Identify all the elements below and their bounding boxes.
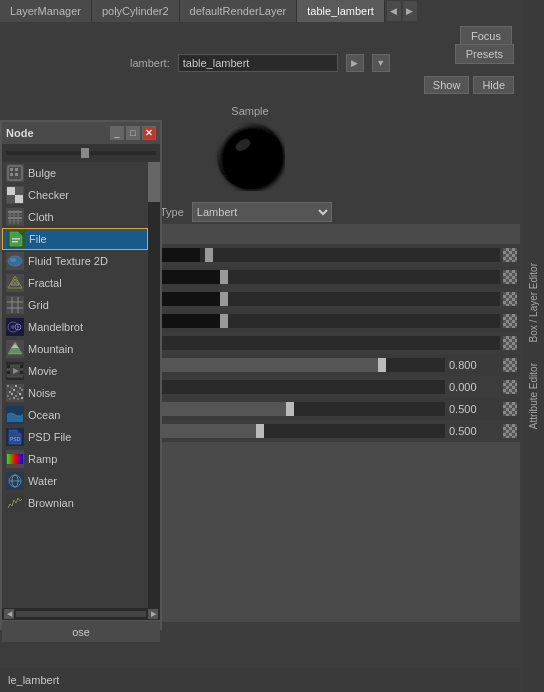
node-hscroll-left[interactable]: ◀ bbox=[4, 609, 14, 619]
node-minimize-btn[interactable]: _ bbox=[110, 126, 124, 140]
node-item-bulge-label: Bulge bbox=[28, 167, 56, 179]
node-item-ocean[interactable]: Ocean bbox=[2, 404, 148, 426]
svg-rect-47 bbox=[7, 371, 10, 374]
svg-rect-10 bbox=[15, 195, 23, 203]
node-item-ramp-label: Ramp bbox=[28, 453, 57, 465]
node-item-fluid-label: Fluid Texture 2D bbox=[28, 255, 108, 267]
tab-layer-manager[interactable]: LayerManager bbox=[0, 0, 92, 22]
node-item-mandelbrot[interactable]: Mandelbrot bbox=[2, 316, 148, 338]
incandescence-checker-icon[interactable] bbox=[500, 311, 520, 331]
node-hscroll-right[interactable]: ▶ bbox=[148, 609, 158, 619]
node-item-brownian-label: Brownian bbox=[28, 497, 74, 509]
tab-poly-cylinder[interactable]: polyCylinder2 bbox=[92, 0, 180, 22]
diffuse-handle[interactable] bbox=[378, 358, 386, 372]
node-item-bulge[interactable]: Bulge bbox=[2, 162, 148, 184]
transparency-handle[interactable] bbox=[220, 270, 228, 284]
node-item-noise-label: Noise bbox=[28, 387, 56, 399]
svg-rect-46 bbox=[7, 365, 10, 368]
node-item-movie-label: Movie bbox=[28, 365, 57, 377]
node-item-fractal-label: Fractal bbox=[28, 277, 62, 289]
tab-default-render[interactable]: defaultRenderLayer bbox=[180, 0, 298, 22]
node-close-btn[interactable]: ✕ bbox=[142, 126, 156, 140]
incandescence-handle[interactable] bbox=[220, 314, 228, 328]
focus-button[interactable]: Focus bbox=[460, 26, 512, 46]
node-title: Node bbox=[6, 127, 34, 139]
svg-rect-57 bbox=[13, 389, 15, 391]
tab-table-lambert[interactable]: table_lambert bbox=[297, 0, 385, 22]
color-checker-icon[interactable] bbox=[500, 245, 520, 265]
svg-rect-65 bbox=[13, 397, 15, 399]
lambert-row: lambert: ▶ ▼ bbox=[0, 50, 520, 76]
svg-rect-59 bbox=[21, 389, 23, 391]
node-item-file[interactable]: File bbox=[2, 228, 148, 250]
node-item-brownian[interactable]: Brownian bbox=[2, 492, 148, 514]
svg-rect-11 bbox=[15, 187, 23, 195]
translucence-depth-checker-icon[interactable] bbox=[500, 399, 520, 419]
tab-prev-arrow[interactable]: ◀ bbox=[387, 1, 401, 21]
svg-rect-4 bbox=[10, 168, 13, 171]
svg-rect-6 bbox=[15, 168, 18, 171]
node-item-movie[interactable]: Movie bbox=[2, 360, 148, 382]
node-maximize-btn[interactable]: □ bbox=[126, 126, 140, 140]
node-close-button[interactable]: ose bbox=[2, 620, 160, 642]
right-sidebar: Box / Layer Editor Attribute Editor bbox=[522, 0, 544, 692]
node-item-water-label: Water bbox=[28, 475, 57, 487]
node-slider-track[interactable] bbox=[6, 151, 156, 155]
incandescence-bar[interactable] bbox=[140, 314, 500, 328]
translucence-focus-value: 0.500 bbox=[445, 425, 500, 437]
node-item-psd[interactable]: PSD PSD File bbox=[2, 426, 148, 448]
svg-rect-23 bbox=[12, 241, 18, 243]
node-item-ramp[interactable]: Ramp bbox=[2, 448, 148, 470]
node-item-checker[interactable]: Checker bbox=[2, 184, 148, 206]
svg-rect-72 bbox=[7, 454, 23, 464]
color-bar[interactable] bbox=[140, 248, 500, 262]
node-item-mountain[interactable]: Mountain bbox=[2, 338, 148, 360]
translucence-checker-icon[interactable] bbox=[500, 377, 520, 397]
translucence-focus-checker-icon[interactable] bbox=[500, 421, 520, 441]
node-item-water[interactable]: Water bbox=[2, 470, 148, 492]
node-scrollbar-thumb[interactable] bbox=[148, 162, 160, 202]
node-item-grid[interactable]: Grid bbox=[2, 294, 148, 316]
translucence-focus-bar[interactable] bbox=[140, 424, 445, 438]
translucence-bar[interactable] bbox=[140, 380, 445, 394]
ambient-handle[interactable] bbox=[220, 292, 228, 306]
node-scrollbar[interactable] bbox=[148, 162, 160, 608]
node-item-fractal[interactable]: Fractal bbox=[2, 272, 148, 294]
show-button[interactable]: Show bbox=[424, 76, 470, 94]
translucence-depth-handle[interactable] bbox=[286, 402, 294, 416]
svg-rect-62 bbox=[15, 395, 17, 397]
svg-rect-7 bbox=[15, 173, 18, 176]
node-item-cloth[interactable]: Cloth bbox=[2, 206, 148, 228]
diffuse-bar[interactable] bbox=[140, 358, 445, 372]
sidebar-box-label: Box / Layer Editor bbox=[528, 263, 539, 342]
node-close-label: ose bbox=[72, 626, 90, 638]
node-item-mountain-label: Mountain bbox=[28, 343, 73, 355]
node-item-ocean-label: Ocean bbox=[28, 409, 60, 421]
translucence-depth-bar[interactable] bbox=[140, 402, 445, 416]
ambient-bar[interactable] bbox=[140, 292, 500, 306]
sample-label: Sample bbox=[231, 105, 268, 117]
lambert-icon-2[interactable]: ▼ bbox=[372, 54, 390, 72]
svg-rect-67 bbox=[21, 397, 23, 399]
transparency-bar[interactable] bbox=[140, 270, 500, 284]
type-select[interactable]: Lambert bbox=[192, 202, 332, 222]
color-handle[interactable] bbox=[205, 248, 213, 262]
node-item-fluid[interactable]: Fluid Texture 2D bbox=[2, 250, 148, 272]
translucence-focus-handle[interactable] bbox=[256, 424, 264, 438]
diffuse-checker-icon[interactable] bbox=[500, 355, 520, 375]
translucence-depth-value: 0.500 bbox=[445, 403, 500, 415]
node-item-mandelbrot-label: Mandelbrot bbox=[28, 321, 83, 333]
transparency-checker-icon[interactable] bbox=[500, 267, 520, 287]
lambert-input[interactable] bbox=[178, 54, 338, 72]
node-controls: _ □ ✕ bbox=[110, 126, 156, 140]
lambert-icon-1[interactable]: ▶ bbox=[346, 54, 364, 72]
bump-bar[interactable] bbox=[140, 336, 500, 350]
tab-next-arrow[interactable]: ▶ bbox=[403, 1, 417, 21]
ambient-checker-icon[interactable] bbox=[500, 289, 520, 309]
svg-rect-61 bbox=[11, 393, 13, 395]
node-item-noise[interactable]: Noise bbox=[2, 382, 148, 404]
bump-checker-icon[interactable] bbox=[500, 333, 520, 353]
tab-navigation: ◀ ▶ bbox=[387, 1, 417, 21]
hide-button[interactable]: Hide bbox=[473, 76, 514, 94]
node-slider-thumb[interactable] bbox=[81, 148, 89, 158]
